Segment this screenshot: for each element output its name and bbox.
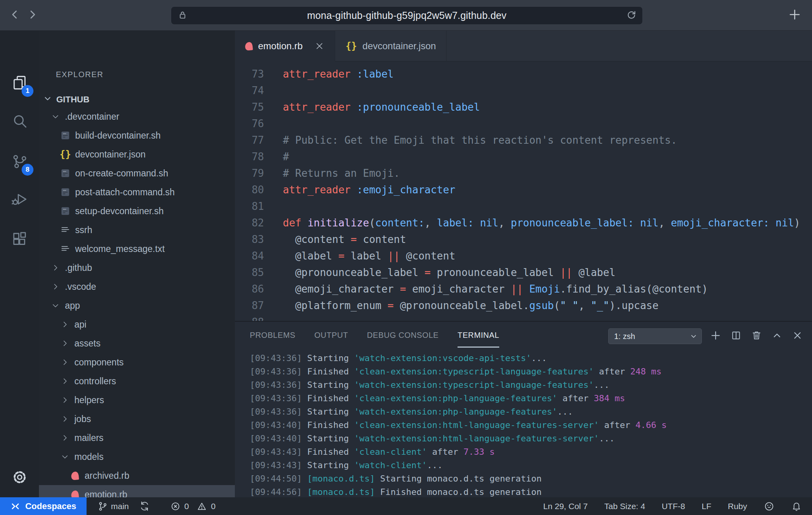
line-number: 75 <box>235 99 264 115</box>
terminal-output[interactable]: [09:43:36] Starting 'watch-extension:vsc… <box>250 352 812 497</box>
status-eol[interactable]: LF <box>701 502 711 511</box>
tree-item-setup-devcontainer-sh[interactable]: setup-devcontainer.sh <box>39 202 235 220</box>
codespaces-remote-indicator[interactable]: Codespaces <box>0 497 87 515</box>
new-terminal-button[interactable] <box>709 330 722 343</box>
activity-item-settings[interactable] <box>0 462 39 492</box>
activity-item-source-control[interactable]: 8 <box>0 146 39 176</box>
kill-terminal-button[interactable] <box>750 330 763 343</box>
terminal-shell-select[interactable]: 1: zsh <box>608 328 702 344</box>
activity-item-search[interactable] <box>0 106 39 136</box>
activity-item-explorer[interactable]: 1 <box>0 68 39 98</box>
tree-item-welcome-message-txt[interactable]: welcome_message.txt <box>39 239 235 258</box>
plus-icon <box>710 330 722 343</box>
json-file-icon: {} <box>60 150 70 159</box>
code-line-87[interactable]: 87 @platform_enum = @pronounceable_label… <box>235 297 812 314</box>
editor-tab-devcontainer-json[interactable]: {}devcontainer.json <box>335 31 447 61</box>
code-editor[interactable]: 73attr_reader :label7475attr_reader :pro… <box>235 61 812 321</box>
maximize-panel-button[interactable] <box>770 330 784 343</box>
tree-item-ssrh[interactable]: ssrh <box>39 220 235 239</box>
line-number: 85 <box>235 264 264 281</box>
tree-item-archived-rb[interactable]: archived.rb <box>39 466 235 485</box>
shell-file-icon <box>60 206 70 216</box>
notifications-bell-icon[interactable] <box>791 501 802 511</box>
chevron-down-icon <box>43 94 52 106</box>
code-line-83[interactable]: 83 @content = content <box>235 231 812 248</box>
panel-tab-output[interactable]: OUTPUT <box>314 331 348 342</box>
tree-item-assets[interactable]: assets <box>39 334 235 353</box>
tree-item-devcontainer-json[interactable]: {}devcontainer.json <box>39 145 235 164</box>
feedback-smiley-icon[interactable] <box>764 501 775 512</box>
line-number: 76 <box>235 115 264 132</box>
activity-item-run-debug[interactable] <box>0 184 39 214</box>
tree-root-github[interactable]: GITHUB <box>39 90 235 109</box>
status-encoding[interactable]: UTF-8 <box>662 502 685 511</box>
code-line-86[interactable]: 86 @emoji_character = emoji_character ||… <box>235 281 812 297</box>
shell-file-icon <box>60 168 70 178</box>
panel-tab-problems[interactable]: PROBLEMS <box>250 331 295 342</box>
code-text: def initialize(content:, label: nil, pro… <box>283 215 800 231</box>
panel-tab-terminal[interactable]: TERMINAL <box>458 331 499 342</box>
tree-item-api[interactable]: api <box>39 315 235 334</box>
tree-item-components[interactable]: components <box>39 353 235 372</box>
code-line-76[interactable]: 76 <box>235 115 812 132</box>
tree-item-helpers[interactable]: helpers <box>39 391 235 409</box>
status-cursor-position[interactable]: Ln 29, Col 7 <box>543 502 588 511</box>
back-button[interactable] <box>6 7 24 24</box>
line-number: 86 <box>235 281 264 297</box>
chevron-right-icon <box>51 263 60 272</box>
editor-tab-emotion-rb[interactable]: emotion.rb <box>235 31 335 61</box>
split-terminal-button[interactable] <box>729 330 743 343</box>
code-line-80[interactable]: 80attr_reader :emoji_character <box>235 182 812 198</box>
tree-item-jobs[interactable]: jobs <box>39 409 235 428</box>
code-line-79[interactable]: 79# Returns an Emoji. <box>235 165 812 182</box>
split-editor-icon <box>731 330 742 343</box>
code-line-88[interactable]: 88 <box>235 314 812 321</box>
close-icon[interactable] <box>314 41 325 51</box>
tab-label: emotion.rb <box>258 41 303 52</box>
address-bar[interactable]: mona-github-github-g59jpq2w5w7.github.de… <box>171 6 643 25</box>
code-line-82[interactable]: 82def initialize(content:, label: nil, p… <box>235 215 812 231</box>
code-line-85[interactable]: 85 @pronounceable_label = pronounceable_… <box>235 264 812 281</box>
code-line-75[interactable]: 75attr_reader :pronounceable_label <box>235 99 812 115</box>
reload-icon[interactable] <box>626 9 637 22</box>
tree-item-controllers[interactable]: controllers <box>39 372 235 391</box>
shell-select-label: 1: zsh <box>614 332 690 341</box>
line-number: 77 <box>235 132 264 148</box>
status-tab-size[interactable]: Tab Size: 4 <box>604 502 645 511</box>
activity-item-extensions[interactable] <box>0 224 39 254</box>
tree-item-post-attach-command-sh[interactable]: post-attach-command.sh <box>39 183 235 202</box>
line-number: 83 <box>235 231 264 248</box>
tree-item--vscode[interactable]: .vscode <box>39 277 235 296</box>
close-panel-button[interactable] <box>791 330 804 343</box>
new-tab-button[interactable] <box>786 7 803 24</box>
tree-item--github[interactable]: .github <box>39 258 235 277</box>
code-line-77[interactable]: 77# Public: Get the Emoji that this reac… <box>235 132 812 148</box>
code-text: attr_reader :emoji_character <box>283 182 455 198</box>
sync-button[interactable] <box>139 501 150 511</box>
tree-item-label: archived.rb <box>85 471 129 481</box>
forward-button[interactable] <box>24 7 41 24</box>
trash-icon <box>751 330 762 343</box>
status-right: Ln 29, Col 7Tab Size: 4UTF-8LFRuby <box>543 501 802 512</box>
panel-tab-debug-console[interactable]: DEBUG CONSOLE <box>367 331 439 342</box>
tree-item-app[interactable]: app <box>39 296 235 315</box>
tree-item--devcontainer[interactable]: .devcontainer <box>39 107 235 126</box>
tree-root-label: GITHUB <box>56 94 89 105</box>
error-icon <box>170 501 181 511</box>
problems-indicator[interactable]: 0 0 <box>170 501 216 511</box>
panel-actions: 1: zsh <box>608 322 804 351</box>
branch-indicator[interactable]: main <box>98 501 129 511</box>
code-line-73[interactable]: 73attr_reader :label <box>235 66 812 82</box>
code-line-84[interactable]: 84 @label = label || @content <box>235 248 812 264</box>
chevron-right-icon <box>60 414 70 424</box>
tree-item-build-devcontainer-sh[interactable]: build-devcontainer.sh <box>39 126 235 145</box>
code-line-78[interactable]: 78# <box>235 148 812 165</box>
panel-header: PROBLEMSOUTPUTDEBUG CONSOLETERMINAL 1: z… <box>235 322 812 351</box>
tree-item-models[interactable]: models <box>39 447 235 466</box>
status-language-mode[interactable]: Ruby <box>728 502 747 511</box>
code-line-74[interactable]: 74 <box>235 82 812 99</box>
tree-item-on-create-command-sh[interactable]: on-create-command.sh <box>39 164 235 183</box>
tree-item-emotion-rb[interactable]: emotion.rb <box>39 485 235 497</box>
tree-item-mailers[interactable]: mailers <box>39 428 235 447</box>
code-line-81[interactable]: 81 <box>235 198 812 215</box>
